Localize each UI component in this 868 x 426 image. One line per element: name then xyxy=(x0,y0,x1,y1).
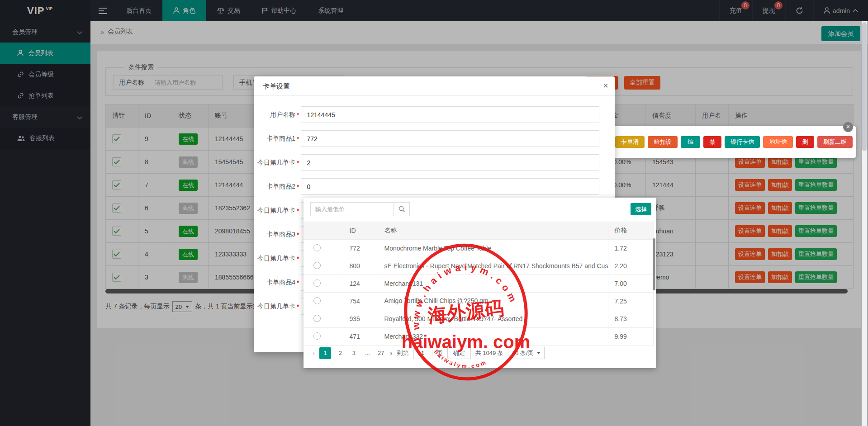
next-page-icon[interactable]: › xyxy=(390,349,392,357)
header-product-price: 价格 xyxy=(608,222,653,240)
field-label: 今日第几单卡 xyxy=(254,159,295,167)
product-row[interactable]: 772 Monochrome Marble Top Coffee Table 1… xyxy=(304,240,653,257)
product-row[interactable]: 935 Royalford, 500 Ml Spray Bottle, Rf97… xyxy=(304,310,653,328)
goto-confirm-button[interactable]: 确定 xyxy=(447,347,471,359)
picker-pagination: ‹ 1 2 3 ... 27 › 到第 页 确定 共 1049 条 40 条/页 xyxy=(313,347,545,359)
product-radio[interactable] xyxy=(313,262,321,269)
header-product-id: ID xyxy=(343,222,378,240)
hidden-deduct-button[interactable]: 暗扣设置 xyxy=(648,136,677,148)
product-table: ID 名称 价格 772 Monochrome Marble Top Coffe… xyxy=(304,222,654,346)
product-radio[interactable] xyxy=(313,244,321,251)
disable-button[interactable]: 禁用 xyxy=(703,136,721,148)
page-number-current[interactable]: 1 xyxy=(319,347,331,359)
product-picker-popup: 选择 ID 名称 价格 772 Monochrome Marble Top Co… xyxy=(304,198,656,368)
field-label: 用户名称 xyxy=(254,111,295,119)
field-label: 卡单商品1 xyxy=(254,135,295,143)
page-ellipsis: ... xyxy=(363,350,372,356)
field-label: 今日第几单卡 xyxy=(254,303,295,311)
card-order-clear-button[interactable]: 卡单清针 xyxy=(615,136,645,148)
modal-title: 卡单设置 xyxy=(254,76,615,96)
field-label: 卡单商品2 xyxy=(254,183,295,191)
today-order-1-field[interactable] xyxy=(301,154,599,171)
page-number[interactable]: 27 xyxy=(376,350,385,356)
card-product-1-field[interactable] xyxy=(301,130,599,147)
search-icon xyxy=(398,206,405,213)
picker-scrollbar-thumb[interactable] xyxy=(653,238,655,290)
header-product-name: 名称 xyxy=(378,222,608,240)
delete-button[interactable]: 删除 xyxy=(796,136,814,148)
bank-card-info-button[interactable]: 银行卡信息 xyxy=(725,136,760,148)
per-page-select[interactable]: 40 条/页 xyxy=(508,347,545,359)
product-radio[interactable] xyxy=(313,279,321,287)
product-radio[interactable] xyxy=(313,332,321,340)
header-radio xyxy=(304,222,343,240)
address-info-button[interactable]: 地址信息 xyxy=(763,136,792,148)
page-number[interactable]: 2 xyxy=(336,350,345,356)
popover-close-icon[interactable]: × xyxy=(843,122,853,132)
refresh-qrcode-button[interactable]: 刷新二维码 xyxy=(817,136,853,148)
row-actions-popover: 卡单清针 暗扣设置 编 辑 禁用 银行卡信息 地址信息 删除 刷新二维码 × xyxy=(609,126,856,158)
total-count-text: 共 1049 条 xyxy=(475,349,503,357)
page-number[interactable]: 3 xyxy=(349,350,358,356)
page-scrollbar-thumb[interactable] xyxy=(862,22,867,151)
product-row[interactable]: 124 Merchant 131 7.00 xyxy=(304,275,653,293)
product-radio[interactable] xyxy=(313,297,321,304)
username-field[interactable] xyxy=(301,106,599,123)
product-radio[interactable] xyxy=(313,315,321,322)
chevron-down-icon xyxy=(537,352,541,354)
prev-page-icon[interactable]: ‹ xyxy=(313,349,315,357)
page-scrollbar xyxy=(862,21,867,426)
search-button[interactable] xyxy=(394,202,410,216)
field-label: 今日第几单卡 xyxy=(254,255,295,263)
edit-button[interactable]: 编 辑 xyxy=(681,136,700,148)
goto-page-input[interactable] xyxy=(413,347,432,359)
modal-close-icon[interactable]: × xyxy=(603,80,608,91)
select-product-button[interactable]: 选择 xyxy=(631,203,651,215)
product-row[interactable]: 800 sE Electronics - Rupert Neve Matched… xyxy=(304,257,653,275)
goto-unit: 页 xyxy=(437,349,443,357)
product-row[interactable]: 471 Merchant 332 9.99 xyxy=(304,328,653,346)
goto-label: 到第 xyxy=(397,349,409,357)
field-label: 卡单商品3 xyxy=(254,231,295,239)
min-price-input[interactable] xyxy=(310,202,394,216)
product-header-row: ID 名称 价格 xyxy=(304,222,653,240)
product-row[interactable]: 754 Amigo Tortilla Chilli Chips 鉃?250 gm… xyxy=(304,293,653,310)
card-product-2-field[interactable] xyxy=(301,178,599,195)
field-label: 今日第几单卡 xyxy=(254,207,295,215)
field-label: 卡单商品4 xyxy=(254,279,295,287)
